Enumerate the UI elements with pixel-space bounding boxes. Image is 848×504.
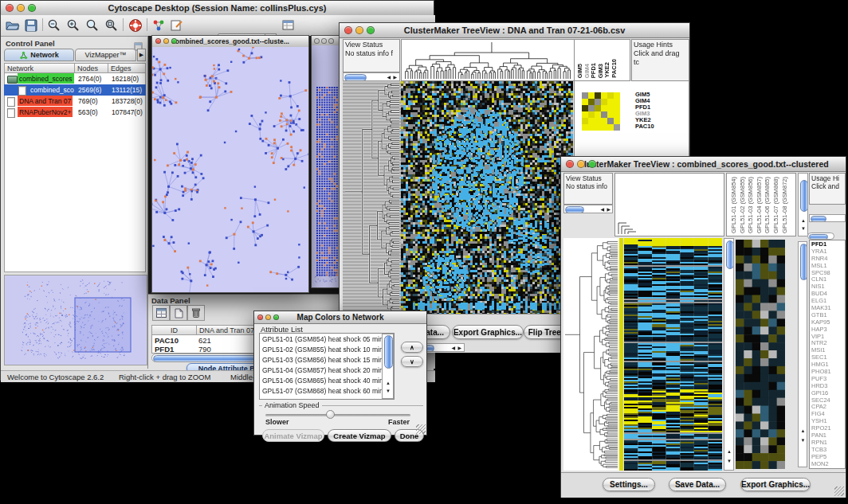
minimize-icon[interactable]: [265, 315, 271, 320]
matrix-cell[interactable]: [588, 99, 595, 105]
tv1-column-dendrogram[interactable]: [401, 39, 575, 81]
matrix-cell[interactable]: [601, 99, 607, 105]
window-controls[interactable]: [6, 4, 36, 12]
tv1-export-graphics-button[interactable]: Export Graphics...: [452, 325, 524, 339]
data-row-val-0[interactable]: 621: [198, 336, 211, 345]
matrix-cell[interactable]: [595, 124, 601, 131]
matrix-cell[interactable]: [607, 111, 614, 118]
zoom-window-icon[interactable]: [171, 38, 177, 44]
attribute-list-item[interactable]: GPL51-07 (GSM868) heat shock 60 min: [262, 386, 394, 397]
zoom-window-icon[interactable]: [367, 26, 375, 34]
tv2-heatmap-vscrollbar[interactable]: ▲ ▼: [724, 238, 734, 471]
matrix-cell[interactable]: [601, 111, 607, 118]
animate-vizmap-button[interactable]: Animate Vizmap: [262, 429, 324, 442]
network-overview[interactable]: [4, 275, 147, 365]
matrix-cell[interactable]: [595, 99, 601, 105]
tv1-view-status-scrollbar[interactable]: ◀▶: [343, 72, 400, 81]
open-session-button[interactable]: [4, 17, 22, 34]
move-down-button[interactable]: ∨: [401, 356, 423, 367]
create-vizmap-button[interactable]: Create Vizmap: [328, 429, 391, 442]
data-row-id-1[interactable]: PFD1: [155, 345, 174, 354]
tv1-heatmap[interactable]: [401, 81, 573, 314]
zoom-window-icon[interactable]: [273, 315, 279, 320]
tab-network[interactable]: Network: [4, 49, 74, 61]
matrix-cell[interactable]: [614, 99, 620, 105]
zoom-selected-button[interactable]: [103, 17, 120, 34]
zoom-window-icon[interactable]: [28, 4, 36, 12]
matrix-cell[interactable]: [582, 105, 588, 111]
matrix-cell[interactable]: [588, 111, 595, 118]
matrix-cell[interactable]: [601, 105, 607, 111]
treeview2-title-bar[interactable]: ClusterMaker TreeView : combined_scores_…: [561, 157, 846, 172]
data-row-id-0[interactable]: PAC10: [155, 336, 179, 345]
matrix-cell[interactable]: [614, 111, 620, 118]
matrix-cell[interactable]: [614, 118, 620, 124]
matrix-cell[interactable]: [588, 118, 595, 124]
minimize-icon[interactable]: [17, 4, 25, 12]
dialog-title-bar[interactable]: Map Colors to Network: [254, 311, 426, 324]
zoom-window-icon[interactable]: [328, 38, 334, 44]
resize-handle[interactable]: [834, 486, 844, 496]
matrix-cell[interactable]: [601, 118, 607, 124]
minimize-icon[interactable]: [577, 160, 585, 168]
matrix-cell[interactable]: [607, 92, 614, 99]
tv2-zoom-heatmap[interactable]: [736, 240, 785, 469]
matrix-cell[interactable]: [607, 105, 614, 111]
attribute-list-item[interactable]: GPL51-03 (GSM856) heat shock 15 min: [262, 355, 394, 365]
tv1-row-dendrogram[interactable]: [343, 81, 401, 314]
matrix-cell[interactable]: [607, 99, 614, 105]
matrix-cell[interactable]: [595, 111, 601, 118]
attribute-list-scrollbar[interactable]: ▲ ▼: [382, 334, 394, 399]
annotation-icon[interactable]: [168, 17, 186, 34]
delete-attribute-button[interactable]: [187, 305, 205, 321]
matrix-cell[interactable]: [588, 92, 595, 99]
matrix-cell[interactable]: [595, 92, 601, 99]
matrix-cell[interactable]: [614, 124, 620, 131]
attribute-list[interactable]: GPL51-01 (GSM854) heat shock 05 minGPL51…: [259, 333, 395, 400]
tv2-save-data-button[interactable]: Save Data...: [669, 478, 726, 491]
attribute-list-item[interactable]: GPL51-01 (GSM854) heat shock 05 min: [262, 334, 394, 345]
matrix-cell[interactable]: [582, 111, 588, 118]
matrix-cell[interactable]: [582, 92, 588, 99]
gene-list-item[interactable]: MON2: [811, 461, 845, 468]
matrix-cell[interactable]: [607, 124, 614, 131]
attribute-editor-icon[interactable]: [280, 17, 297, 34]
resize-handle[interactable]: [416, 424, 426, 434]
minimize-icon[interactable]: [321, 38, 327, 44]
tv2-gene-list[interactable]: PFD1YRA1RNR4MSL1SPC98CLN1NIS1BUD4ELG1MAK…: [809, 240, 846, 469]
tab-overflow-button[interactable]: ▶: [137, 49, 146, 61]
tv2-gene-hscrollbar[interactable]: [807, 232, 834, 240]
new-attribute-button[interactable]: [170, 305, 187, 321]
tv2-row-dendrogram[interactable]: [563, 238, 619, 471]
help-lifesaver-icon[interactable]: [127, 17, 144, 34]
tv2-settings-button[interactable]: Settings...: [603, 478, 655, 491]
tv2-view-status-scrollbar[interactable]: ◀▶: [563, 205, 613, 213]
close-icon[interactable]: [566, 160, 574, 168]
zoom-fit-button[interactable]: [84, 17, 101, 34]
close-icon[interactable]: [314, 38, 320, 44]
close-icon[interactable]: [257, 315, 263, 320]
tv2-gene-vscrollbar[interactable]: ▲ ▼: [798, 241, 807, 467]
tv2-usage-scrollbar[interactable]: [809, 214, 846, 222]
matrix-cell[interactable]: [595, 105, 601, 111]
network-list-row[interactable]: RNAPuberNov2+563(0)107847(0): [4, 107, 146, 118]
data-column-id[interactable]: ID: [151, 325, 197, 335]
zoom-out-button[interactable]: [45, 17, 63, 34]
animation-speed-slider[interactable]: [265, 414, 410, 416]
move-up-button[interactable]: ∧: [401, 342, 423, 353]
network-list-row[interactable]: DNA and Tran 07769(0)183728(0): [4, 96, 146, 107]
minimize-icon[interactable]: [163, 38, 169, 44]
tv2-heatmap[interactable]: [624, 238, 722, 471]
matrix-cell[interactable]: [607, 118, 614, 124]
matrix-cell[interactable]: [601, 124, 607, 131]
save-session-button[interactable]: [22, 17, 40, 34]
tab-vizmapper[interactable]: VizMapper™: [75, 49, 136, 61]
tv2-labels-vscrollbar[interactable]: ▲ ▼: [798, 173, 808, 236]
matrix-cell[interactable]: [582, 118, 588, 124]
matrix-cell[interactable]: [582, 99, 588, 105]
treeview1-title-bar[interactable]: ClusterMaker TreeView : DNA and Tran 07-…: [340, 23, 689, 38]
network-list-row[interactable]: combined_sco2569(6)13112(15): [4, 84, 146, 96]
tv1-correlation-matrix[interactable]: [582, 92, 620, 131]
zoom-window-icon[interactable]: [588, 160, 596, 168]
data-row-val-1[interactable]: 790: [198, 345, 211, 354]
